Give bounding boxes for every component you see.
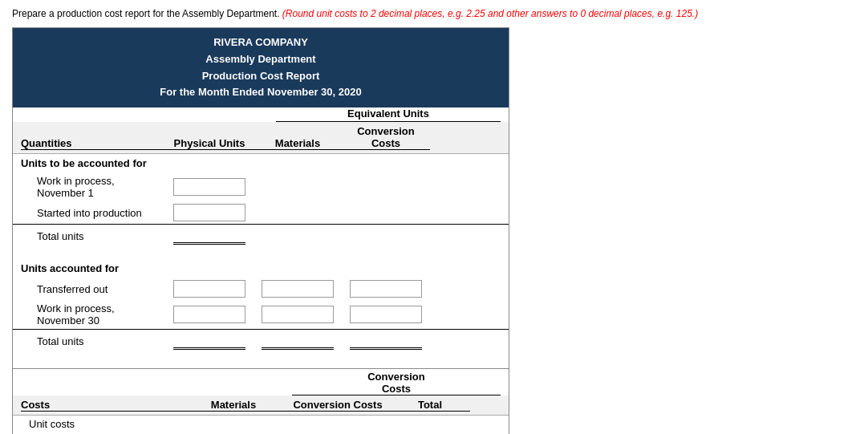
report-title: Production Cost Report — [17, 68, 505, 85]
input-cell-total2-mat — [254, 332, 342, 350]
input-cell-total2-conv — [342, 332, 430, 350]
row-transferred-out: Transferred out — [13, 278, 509, 300]
input-trans-mat[interactable] — [262, 280, 334, 298]
dept-name: Assembly Department — [17, 51, 505, 68]
row-total-units-1: Total units — [13, 224, 509, 247]
input-cell-trans-conv — [342, 280, 430, 298]
input-wip30-conv[interactable] — [350, 306, 422, 323]
input-total1-phys[interactable] — [173, 227, 245, 245]
label-wip-nov1: Work in process, November 1 — [21, 175, 165, 199]
input-cell-total2-phys — [165, 332, 254, 350]
row-wip-nov30: Work in process, November 30 — [13, 300, 509, 329]
input-total2-phys[interactable] — [173, 332, 245, 350]
report-header: RIVERA COMPANY Assembly Department Produ… — [13, 28, 509, 107]
row-unit-costs: Unit costs — [13, 416, 509, 432]
input-cell-trans-mat — [254, 280, 342, 298]
label-unit-costs: Unit costs — [21, 418, 181, 430]
input-cell-wip30-conv — [342, 306, 430, 323]
input-cell-wip30-mat — [254, 306, 342, 323]
costs-col-conversion: Conversion Costs — [286, 399, 390, 412]
col-headers: Quantities Physical Units Materials Conv… — [13, 122, 509, 154]
input-total2-mat[interactable] — [262, 332, 334, 350]
col-conversion-costs: Conversion Costs — [342, 125, 430, 150]
instruction-text: Prepare a production cost report for the… — [12, 8, 856, 19]
input-cell-trans-phys — [165, 280, 254, 298]
input-cell-started-phys — [165, 204, 254, 221]
input-wip30-phys[interactable] — [173, 306, 245, 323]
section-units-accounted: Units accounted for — [13, 259, 509, 278]
input-total2-conv[interactable] — [350, 332, 422, 350]
costs-col-headers: Costs Materials Conversion Costs Total — [13, 395, 509, 416]
label-wip-nov30: Work in process, November 30 — [21, 302, 165, 327]
section-units-to-be-accounted: Units to be accounted for — [13, 154, 509, 172]
costs-col-materials: Materials — [181, 399, 286, 412]
row-wip-nov1: Work in process, November 1 — [13, 172, 509, 201]
label-total-units-1: Total units — [21, 230, 165, 242]
label-total-units-2: Total units — [21, 335, 165, 347]
costs-col-total: Total — [390, 399, 470, 412]
costs-section: ConversionCosts Costs Materials Conversi… — [13, 368, 509, 434]
report-container: RIVERA COMPANY Assembly Department Produ… — [12, 27, 509, 434]
costs-col-label: Costs — [21, 399, 181, 412]
conv-costs-subheader: ConversionCosts — [292, 371, 501, 395]
input-cell-wip30-phys — [165, 306, 254, 323]
col-quantities: Quantities — [21, 137, 165, 150]
label-transferred-out: Transferred out — [21, 283, 165, 295]
row-total-units-2: Total units — [13, 329, 509, 352]
company-name: RIVERA COMPANY — [17, 34, 505, 51]
input-cell-total1-phys — [165, 227, 254, 245]
input-wip30-mat[interactable] — [262, 306, 334, 323]
equiv-units-header-row: Equivalent Units — [13, 107, 509, 122]
input-trans-conv[interactable] — [350, 280, 422, 298]
input-started-phys[interactable] — [173, 204, 245, 221]
report-period: For the Month Ended November 30, 2020 — [17, 84, 505, 101]
label-started-prod: Started into production — [21, 207, 165, 219]
col-materials: Materials — [254, 137, 342, 150]
input-trans-phys[interactable] — [173, 280, 245, 298]
conv-costs-subheader-row: ConversionCosts — [13, 369, 509, 395]
col-physical-units: Physical Units — [165, 137, 254, 150]
input-cell-wip-nov1-phys — [165, 178, 254, 196]
row-started-prod: Started into production — [13, 201, 509, 224]
equiv-units-label: Equivalent Units — [276, 107, 501, 122]
input-wip-nov1-phys[interactable] — [173, 178, 245, 196]
